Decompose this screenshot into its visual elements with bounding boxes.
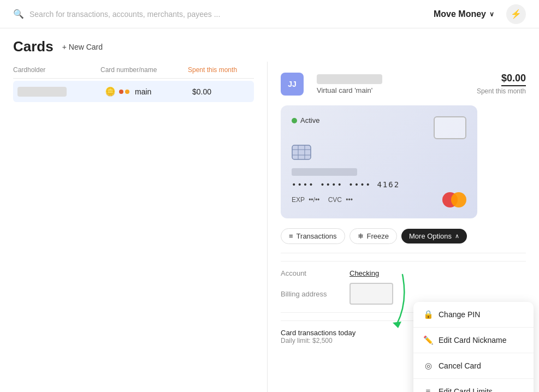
main-content: Cardholder Card number/name Spent this m… [0, 62, 539, 392]
cancel-icon: ◎ [423, 361, 433, 371]
card-status-label: Active [300, 116, 319, 124]
nav-right: Move Money ∨ ⚡ [427, 4, 526, 24]
virtual-card-label: Virtual card 'main' [317, 86, 382, 94]
page-title: Cards [13, 38, 54, 55]
cardholder-placeholder [17, 87, 67, 97]
freeze-button[interactable]: ❄ Freeze [350, 228, 397, 244]
dropdown-item-edit-limits[interactable]: ≡ Edit Card Limits [413, 379, 534, 392]
table-row[interactable]: 🪙 main $0.00 ▶ [13, 81, 254, 102]
mc-orange-circle [451, 192, 466, 207]
transactions-icon: ≡ [289, 232, 293, 240]
account-label: Account [281, 269, 341, 277]
mastercard-logo [442, 192, 466, 207]
dropdown-item-change-pin[interactable]: 🔒 Change PIN [413, 302, 534, 328]
page-header: Cards + New Card [0, 28, 539, 62]
detail-info: Account Checking Billing address [281, 261, 526, 305]
card-bottom: EXP ••/•• CVC ••• [292, 192, 466, 207]
card-dot-red [119, 90, 123, 94]
chip-icon [292, 145, 466, 164]
more-options-label: More Options [409, 232, 452, 240]
more-options-button[interactable]: More Options ∧ [401, 229, 467, 243]
status-dot [292, 118, 297, 123]
card-name-cell: 🪙 main [105, 86, 192, 97]
card-chip-icon: 🪙 [105, 86, 116, 97]
new-card-label: + New Card [62, 43, 103, 51]
avatar: JJ [281, 73, 304, 96]
account-value[interactable]: Checking [350, 269, 379, 277]
move-money-label: Move Money [434, 9, 486, 19]
cardholder-cell [17, 87, 105, 97]
billing-row: Billing address [281, 283, 526, 305]
dropdown-menu: 🔒 Change PIN ✏️ Edit Card Nickname ◎ Can… [413, 302, 534, 392]
detail-spent-amount: $0.00 [501, 73, 526, 86]
transactions-label: Transactions [297, 232, 337, 240]
edit-icon: ✏️ [423, 335, 433, 345]
edit-nickname-label: Edit Card Nickname [439, 336, 507, 345]
billing-placeholder [350, 283, 393, 305]
search-area: 🔍 Search for transactions, accounts, mer… [13, 9, 427, 19]
svg-rect-0 [292, 145, 311, 159]
exp-label: EXP [292, 196, 305, 204]
dropdown-item-edit-nickname[interactable]: ✏️ Edit Card Nickname [413, 328, 534, 353]
freeze-label: Freeze [367, 232, 389, 240]
card-number-placeholder [292, 168, 357, 176]
move-money-button[interactable]: Move Money ∨ [427, 6, 501, 22]
card-visual-inner: Active [292, 116, 466, 139]
top-nav: 🔍 Search for transactions, accounts, mer… [0, 0, 539, 28]
new-card-button[interactable]: + New Card [62, 43, 103, 51]
freeze-icon: ❄ [358, 232, 364, 240]
limits-icon: ≡ [423, 387, 433, 392]
billing-label: Billing address [281, 290, 341, 298]
card-status: Active [292, 116, 319, 124]
card-name-label: main [135, 87, 151, 96]
change-pin-label: Change PIN [439, 310, 480, 319]
lightning-button[interactable]: ⚡ [506, 4, 526, 24]
action-buttons: ≡ Transactions ❄ Freeze More Options ∧ [281, 228, 526, 244]
detail-spent-area: $0.00 Spent this month [477, 73, 526, 95]
detail-title-area: JJ Virtual card 'main' [281, 73, 382, 96]
transactions-button[interactable]: ≡ Transactions [281, 228, 345, 244]
cvc-label: CVC [328, 196, 342, 204]
col-cardholder: Cardholder [13, 66, 100, 74]
detail-header: JJ Virtual card 'main' $0.00 Spent this … [281, 73, 526, 96]
card-visual: Active •••• •••• •••• 4162 EXP ••/•• [281, 105, 477, 218]
detail-panel: JJ Virtual card 'main' $0.00 Spent this … [268, 62, 539, 392]
table-header: Cardholder Card number/name Spent this m… [13, 62, 254, 79]
chevron-up-icon: ∧ [455, 233, 459, 240]
card-number-text: •••• •••• •••• 4162 [292, 180, 466, 189]
exp-value: ••/•• [309, 196, 319, 204]
chevron-down-icon: ∨ [489, 10, 494, 18]
card-logo-placeholder [434, 116, 466, 139]
spent-amount: $0.00 [192, 87, 211, 96]
col-card-number: Card number/name [100, 66, 188, 74]
detail-divider [281, 253, 526, 253]
card-name-placeholder [317, 74, 382, 84]
cards-list: Cardholder Card number/name Spent this m… [0, 62, 268, 392]
detail-card-info: Virtual card 'main' [317, 74, 382, 94]
card-exp-cvc: EXP ••/•• CVC ••• [292, 196, 353, 204]
dropdown-item-cancel-card[interactable]: ◎ Cancel Card [413, 353, 534, 379]
spent-cell: $0.00 [192, 87, 269, 96]
lightning-icon: ⚡ [511, 9, 522, 19]
lock-icon: 🔒 [423, 310, 433, 319]
cvc-value: ••• [346, 196, 353, 204]
edit-limits-label: Edit Card Limits [439, 387, 493, 393]
col-spent: Spent this month [188, 66, 264, 74]
search-icon: 🔍 [13, 9, 24, 19]
avatar-initials: JJ [288, 80, 297, 88]
cancel-card-label: Cancel Card [439, 361, 481, 370]
detail-spent-label: Spent this month [477, 87, 526, 95]
search-placeholder[interactable]: Search for transactions, accounts, merch… [29, 10, 220, 19]
account-row: Account Checking [281, 269, 526, 277]
card-dot-orange [125, 90, 129, 94]
